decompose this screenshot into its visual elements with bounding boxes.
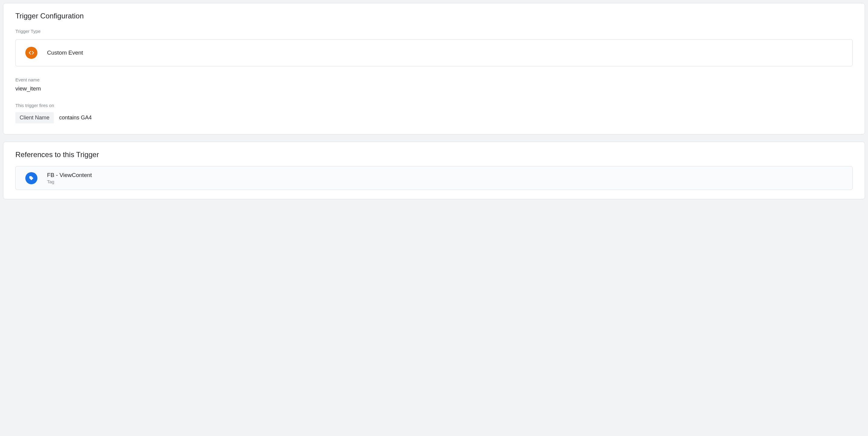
reference-name: FB - ViewContent: [47, 172, 92, 179]
trigger-type-name: Custom Event: [47, 50, 83, 56]
references-card[interactable]: References to this Trigger FB - ViewCont…: [3, 142, 865, 199]
trigger-config-title: Trigger Configuration: [16, 12, 852, 20]
event-name-label: Event name: [16, 77, 852, 82]
trigger-type-box[interactable]: Custom Event: [16, 39, 852, 66]
fires-on-variable-chip: Client Name: [16, 112, 54, 123]
trigger-configuration-card[interactable]: Trigger Configuration Trigger Type Custo…: [3, 3, 865, 134]
references-title: References to this Trigger: [16, 151, 852, 159]
reference-kind: Tag: [47, 179, 92, 184]
trigger-type-label: Trigger Type: [16, 29, 852, 34]
reference-item[interactable]: FB - ViewContent Tag: [16, 166, 852, 190]
tag-icon: [25, 172, 37, 184]
event-name-group: Event name view_item: [16, 77, 852, 92]
event-name-value: view_item: [16, 85, 852, 92]
fires-on-condition-text: contains GA4: [59, 115, 92, 121]
fires-on-label: This trigger fires on: [16, 103, 852, 108]
custom-event-icon: [25, 47, 37, 59]
fires-on-group: This trigger fires on Client Name contai…: [16, 103, 852, 123]
fires-on-condition-row: Client Name contains GA4: [16, 112, 852, 123]
